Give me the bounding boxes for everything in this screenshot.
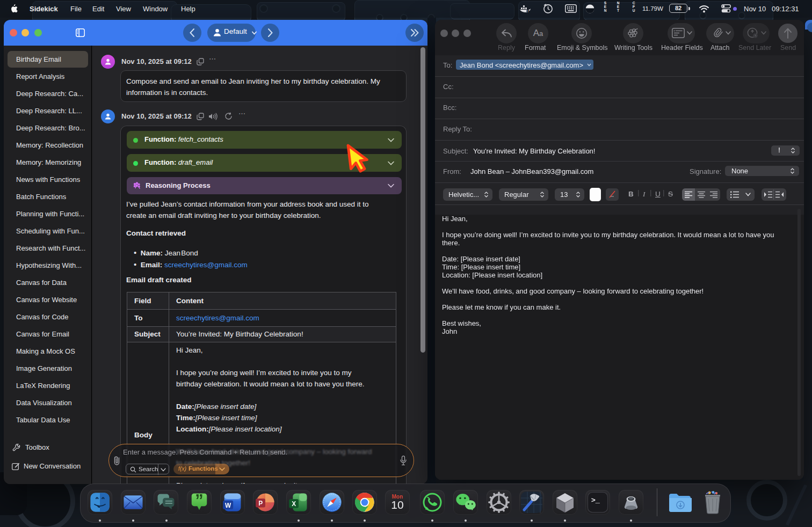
svg-text:>_: >_	[591, 496, 600, 504]
svg-text:X: X	[292, 500, 296, 508]
svg-text:W: W	[225, 502, 231, 509]
svg-text:”: ”	[195, 492, 203, 510]
svg-text:P: P	[258, 500, 263, 507]
svg-text:!: !	[527, 10, 528, 13]
